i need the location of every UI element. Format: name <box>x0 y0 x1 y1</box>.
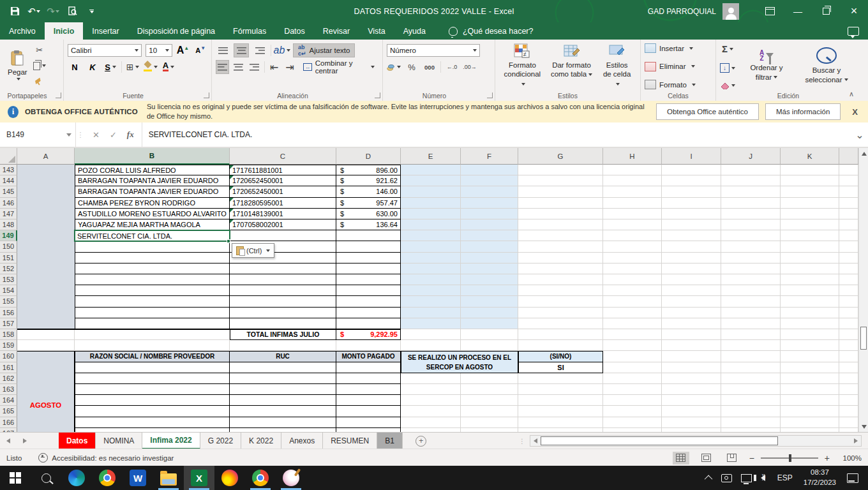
align-right-icon[interactable] <box>248 61 260 73</box>
cell-J158[interactable] <box>721 329 781 340</box>
scroll-left-icon[interactable] <box>530 436 541 446</box>
cell-L157[interactable] <box>839 318 858 329</box>
cell-E143[interactable] <box>401 165 461 175</box>
cell-D154[interactable] <box>336 285 401 296</box>
copy-icon[interactable] <box>33 59 47 72</box>
row-header-155[interactable]: 155 <box>0 296 17 307</box>
cell-I155[interactable] <box>662 296 721 307</box>
column-header-J[interactable]: J <box>721 148 781 165</box>
cell-D143[interactable]: $896.00 <box>336 165 401 175</box>
horizontal-scrollbar[interactable] <box>530 435 862 447</box>
get-genuine-office-button[interactable]: Obtenga Office auténtico <box>656 103 759 120</box>
cell-B160[interactable]: RAZON SOCIAL / NOMBRE PROVEEDOR <box>75 351 230 362</box>
taskbar-chrome-button[interactable] <box>92 466 123 490</box>
cell-F143[interactable] <box>461 165 518 175</box>
scroll-down-icon[interactable] <box>859 421 868 432</box>
cell-F152[interactable] <box>461 264 518 274</box>
cell-B159[interactable] <box>75 340 230 351</box>
cell-K158[interactable] <box>781 329 839 340</box>
cell-L163[interactable] <box>839 384 858 395</box>
cell-J152[interactable] <box>721 264 781 274</box>
ribbon-tab-f-rmulas[interactable]: Fórmulas <box>224 22 275 40</box>
ribbon-display-options-icon[interactable] <box>756 0 784 22</box>
cell-G154[interactable] <box>518 285 603 296</box>
minimize-button[interactable]: — <box>784 0 812 22</box>
cell-B163[interactable] <box>75 384 230 395</box>
cell-J144[interactable] <box>721 175 781 186</box>
cell-K155[interactable] <box>781 296 839 307</box>
number-format-select[interactable]: Número <box>387 44 480 57</box>
cell-F158[interactable] <box>461 329 518 340</box>
cell-H152[interactable] <box>603 264 662 274</box>
avatar[interactable] <box>722 3 739 20</box>
insert-function-icon[interactable]: fx <box>127 130 134 140</box>
taskbar-chrome2-button[interactable] <box>245 466 276 490</box>
cell-I154[interactable] <box>662 285 721 296</box>
ribbon-tab-ayuda[interactable]: Ayuda <box>394 22 435 40</box>
agosto-month-cell[interactable]: AGOSTO <box>17 351 75 432</box>
cell-G147[interactable] <box>518 209 603 219</box>
cell-K156[interactable] <box>781 308 839 318</box>
cell-E154[interactable] <box>401 285 461 296</box>
cell-C157[interactable] <box>230 318 336 329</box>
cell-D147[interactable]: $630.00 <box>336 209 401 219</box>
sheet-tab-g-2022[interactable]: G 2022 <box>200 433 241 449</box>
cell-F154[interactable] <box>461 285 518 296</box>
row-header-161[interactable]: 161 <box>0 362 17 373</box>
taskbar-search-button[interactable] <box>31 466 61 490</box>
row-header-145[interactable]: 145 <box>0 186 17 197</box>
cell-J154[interactable] <box>721 285 781 296</box>
zoom-slider-thumb[interactable] <box>789 454 791 462</box>
cell-I143[interactable] <box>662 165 721 175</box>
cell-K163[interactable] <box>781 384 839 395</box>
cell-D158[interactable]: $9,292.95 <box>336 329 401 340</box>
cell-G159[interactable] <box>518 340 603 351</box>
cell-I165[interactable] <box>662 406 721 417</box>
cell-C162[interactable] <box>230 373 336 384</box>
taskbar-paint-button[interactable] <box>276 466 306 490</box>
cell-B155[interactable] <box>75 296 230 307</box>
row-header-159[interactable]: 159 <box>0 340 17 351</box>
cell-E162[interactable] <box>401 373 461 384</box>
cell-G144[interactable] <box>518 175 603 186</box>
cell-H151[interactable] <box>603 253 662 264</box>
cell-K166[interactable] <box>781 417 839 428</box>
row-header-150[interactable]: 150 <box>0 241 17 252</box>
sort-filter-button[interactable]: AZ Ordenar y filtrar <box>740 42 793 89</box>
cell-F156[interactable] <box>461 308 518 318</box>
cell-C154[interactable] <box>230 285 336 296</box>
cell-J151[interactable] <box>721 253 781 264</box>
cell-F162[interactable] <box>461 373 518 384</box>
cell-H162[interactable] <box>603 373 662 384</box>
new-sheet-button[interactable]: + <box>412 433 431 449</box>
cell-J148[interactable] <box>721 219 781 230</box>
cell-F148[interactable] <box>461 219 518 230</box>
tray-expand-icon[interactable] <box>702 466 717 490</box>
cell-I148[interactable] <box>662 219 721 230</box>
accounting-format-icon[interactable] <box>387 61 401 73</box>
cell-L152[interactable] <box>839 264 858 274</box>
cell-G146[interactable] <box>518 198 603 209</box>
cancel-entry-icon[interactable]: ✕ <box>93 130 100 140</box>
cell-F164[interactable] <box>461 395 518 406</box>
row-header-154[interactable]: 154 <box>0 285 17 296</box>
cell-C161[interactable] <box>230 362 336 373</box>
cell-I163[interactable] <box>662 384 721 395</box>
italic-button[interactable]: K <box>86 61 100 73</box>
horizontal-scrollbar-thumb[interactable] <box>541 436 778 445</box>
expand-formula-bar-icon[interactable]: ⌄ <box>851 122 868 147</box>
cell-L149[interactable] <box>839 230 858 241</box>
cell-L154[interactable] <box>839 285 858 296</box>
cell-C143[interactable]: 1717611881001 <box>230 165 336 175</box>
cell-G164[interactable] <box>518 395 603 406</box>
percent-style-icon[interactable]: % <box>405 61 419 73</box>
cell-L155[interactable] <box>839 296 858 307</box>
cell-E145[interactable] <box>401 186 461 197</box>
cell-F145[interactable] <box>461 186 518 197</box>
format-painter-icon[interactable] <box>33 75 47 88</box>
find-select-button[interactable]: Buscar y seleccionar <box>798 42 855 89</box>
ribbon-tab-insertar[interactable]: Insertar <box>83 22 128 40</box>
cell-G158[interactable] <box>518 329 603 340</box>
cell-H155[interactable] <box>603 296 662 307</box>
selected-cell-b149[interactable]: SERVITELCONET CIA. LTDA. <box>74 230 230 242</box>
